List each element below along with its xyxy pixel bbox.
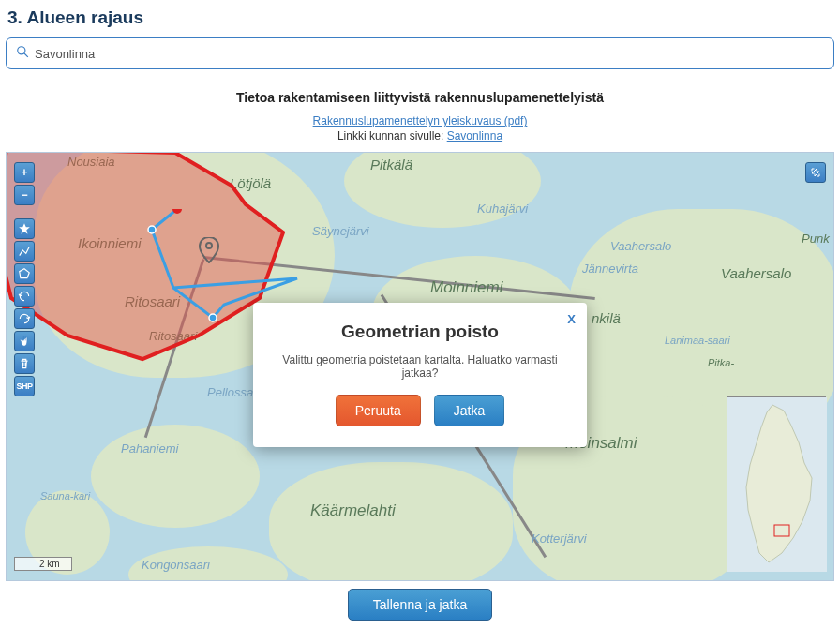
confirm-dialog: X Geometrian poisto Valittu geometria po…: [253, 303, 587, 447]
dialog-title: Geometrian poisto: [272, 321, 568, 342]
map-label: Vaahersalo: [721, 265, 791, 281]
map-label: Lanimaa-saari: [665, 335, 730, 346]
map-toolbar: + − SHP: [14, 162, 35, 396]
map-label: Säynejärvi: [312, 224, 369, 238]
zoom-out-button[interactable]: −: [14, 185, 35, 205]
cancel-button[interactable]: Peruuta: [336, 395, 421, 426]
info-block: Tietoa rakentamiseen liittyvistä rakennu…: [6, 90, 834, 142]
map-label: Sauna-kari: [40, 490, 90, 501]
dialog-message: Valittu geometria poistetaan kartalta. H…: [272, 353, 568, 380]
map-label: Käärmelahti: [310, 501, 396, 520]
fullscreen-button[interactable]: [805, 162, 826, 183]
map-label: nkilä: [592, 310, 621, 326]
dialog-close-button[interactable]: X: [567, 312, 576, 326]
delete-button[interactable]: [14, 353, 35, 374]
svg-point-0: [18, 47, 25, 54]
search-value: Savonlinna: [35, 47, 95, 61]
svg-line-1: [24, 53, 28, 57]
pdf-link[interactable]: Rakennuslupamenettelyn yleiskuvaus (pdf): [313, 114, 528, 127]
kunta-prefix: Linkki kunnan sivulle:: [338, 129, 447, 142]
undo-button[interactable]: [14, 286, 35, 307]
draw-line-button[interactable]: [14, 241, 35, 262]
draw-polygon-button[interactable]: [14, 263, 35, 284]
draw-point-button[interactable]: [14, 218, 35, 239]
save-continue-button[interactable]: Tallenna ja jatka: [348, 589, 492, 621]
search-field[interactable]: Savonlinna: [6, 37, 834, 69]
map-label: Pitkälä: [370, 157, 412, 172]
info-heading: Tietoa rakentamiseen liittyvistä rakennu…: [6, 90, 834, 105]
svg-point-4: [209, 314, 217, 321]
map-label: Vaahersalo: [610, 239, 671, 253]
kunta-link[interactable]: Savonlinna: [447, 129, 502, 142]
pan-button[interactable]: [14, 331, 35, 351]
map-label: Kongonsaari: [142, 558, 210, 572]
section-title: 3. Alueen rajaus: [6, 0, 834, 37]
map-label: Moinniemi: [430, 278, 502, 297]
map-label: Punk: [802, 232, 830, 246]
map-label: Kotterjärvi: [532, 531, 587, 546]
svg-point-5: [206, 243, 212, 248]
svg-point-3: [148, 226, 156, 233]
shp-button[interactable]: SHP: [14, 376, 35, 396]
search-icon: [16, 45, 29, 62]
map-label: Pahaniemi: [121, 441, 178, 456]
map-label: Jännevirta: [582, 262, 638, 276]
scale-bar: 2 km: [14, 557, 72, 571]
redo-button[interactable]: [14, 308, 35, 329]
map-pin-icon: [199, 237, 219, 263]
map-label: Pitka-: [708, 357, 734, 368]
overview-map[interactable]: [727, 396, 826, 571]
map-canvas[interactable]: Nousiaia Lötjölä Pitkälä Kuhajärvi Ikoin…: [6, 152, 834, 581]
map-label: Kuhajärvi: [477, 202, 528, 216]
confirm-button[interactable]: Jatka: [434, 395, 504, 426]
zoom-in-button[interactable]: +: [14, 162, 35, 183]
